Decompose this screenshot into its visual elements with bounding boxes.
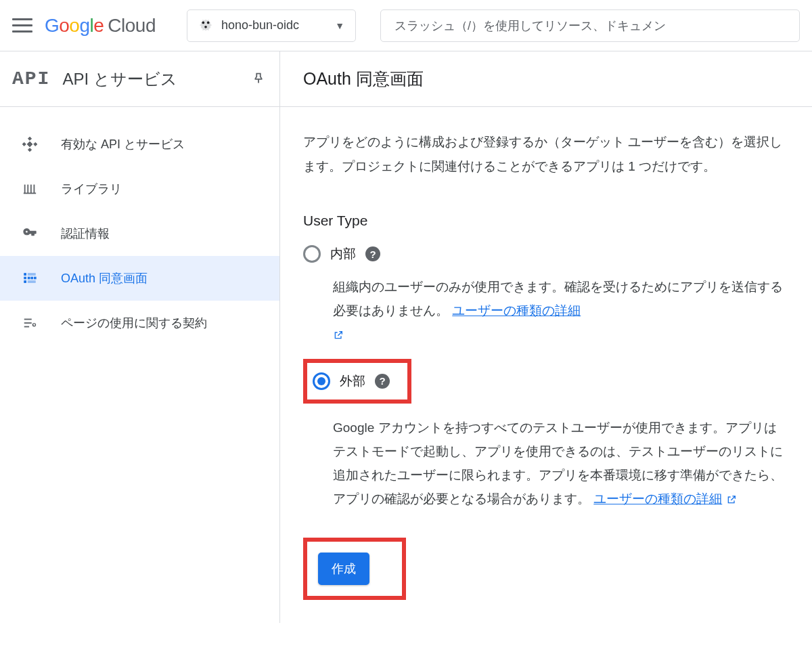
- svg-point-1: [207, 21, 210, 24]
- user-type-heading: User Type: [303, 213, 789, 229]
- svg-rect-7: [34, 142, 37, 146]
- body: 有効な API とサービス ライブラリ 認証情報 OAuth 同意画面 ページの: [0, 107, 812, 623]
- svg-rect-18: [28, 277, 30, 279]
- svg-rect-17: [28, 274, 35, 276]
- nav-label: ページの使用に関する契約: [61, 315, 207, 331]
- radio-external[interactable]: [313, 372, 330, 390]
- sub-header: API API とサービス OAuth 同意画面: [0, 51, 812, 107]
- api-diamond-icon: [22, 136, 38, 152]
- svg-rect-20: [34, 277, 36, 279]
- nav-item-oauth-consent[interactable]: OAuth 同意画面: [0, 256, 279, 301]
- radio-external-desc: Google アカウントを持つすべてのテストユーザーが使用できます。アプリはテス…: [333, 416, 789, 511]
- pin-icon[interactable]: [251, 71, 267, 87]
- svg-rect-5: [28, 148, 31, 152]
- key-icon: [22, 225, 38, 242]
- svg-point-0: [202, 21, 205, 24]
- nav-item-credentials[interactable]: 認証情報: [0, 211, 279, 256]
- radio-external-label: 外部: [340, 372, 365, 390]
- nav-item-library[interactable]: ライブラリ: [0, 167, 279, 211]
- page-title: OAuth 同意画面: [303, 68, 424, 90]
- radio-internal-label: 内部: [330, 245, 356, 263]
- nav-label: 認証情報: [61, 225, 110, 242]
- search-placeholder: スラッシュ（/）を使用してリソース、ドキュメン: [394, 18, 666, 34]
- radio-row-internal: 内部 ?: [303, 245, 789, 263]
- svg-rect-6: [22, 142, 26, 146]
- external-link-icon: [333, 327, 344, 341]
- top-header: Google Cloud hono-bun-oidc ▼ スラッシュ（/）を使用…: [0, 0, 812, 51]
- nav-item-enabled-apis[interactable]: 有効な API とサービス: [0, 122, 279, 167]
- sidebar-title: API とサービス: [62, 68, 251, 90]
- google-cloud-logo[interactable]: Google Cloud: [45, 15, 156, 37]
- logo-cloud-text: Cloud: [108, 15, 156, 37]
- highlight-external: 外部 ?: [303, 359, 411, 404]
- library-icon: [22, 181, 38, 197]
- nav-label: ライブラリ: [61, 181, 122, 197]
- project-hex-icon: [198, 18, 213, 33]
- consent-icon: [22, 270, 38, 286]
- nav-label: OAuth 同意画面: [61, 270, 148, 286]
- svg-rect-15: [24, 277, 26, 279]
- api-logo: API: [12, 68, 50, 89]
- help-icon[interactable]: ?: [365, 246, 380, 261]
- svg-point-3: [202, 30, 204, 32]
- highlight-create: 作成: [303, 538, 406, 600]
- sidebar-nav: 有効な API とサービス ライブラリ 認証情報 OAuth 同意画面 ページの: [0, 107, 280, 623]
- agreement-icon: [22, 315, 38, 331]
- page-header: OAuth 同意画面: [280, 51, 812, 107]
- sidebar-header: API API とサービス: [0, 51, 280, 107]
- hamburger-menu-icon[interactable]: [12, 16, 32, 36]
- search-input[interactable]: スラッシュ（/）を使用してリソース、ドキュメン: [380, 9, 800, 42]
- nav-item-page-usage-agreement[interactable]: ページの使用に関する契約: [0, 301, 279, 345]
- main-description: アプリをどのように構成および登録するか（ターゲット ユーザーを含む）を選択します…: [303, 130, 789, 179]
- svg-rect-16: [24, 281, 26, 283]
- project-selector[interactable]: hono-bun-oidc ▼: [187, 9, 356, 42]
- svg-point-2: [204, 26, 207, 28]
- user-type-details-link[interactable]: ユーザーの種類の詳細: [452, 303, 581, 318]
- svg-rect-8: [27, 142, 32, 147]
- create-button[interactable]: 作成: [318, 553, 369, 585]
- main-content: アプリをどのように構成および登録するか（ターゲット ユーザーを含む）を選択します…: [280, 107, 812, 623]
- user-type-details-link[interactable]: ユーザーの種類の詳細: [593, 492, 722, 506]
- svg-rect-14: [24, 274, 26, 276]
- radio-internal-desc: 組織内のユーザーのみが使用できます。確認を受けるためにアプリを送信する必要はあり…: [333, 275, 789, 346]
- svg-rect-4: [28, 137, 31, 140]
- external-link-icon: [726, 492, 737, 506]
- nav-label: 有効な API とサービス: [61, 136, 185, 152]
- chevron-down-icon: ▼: [335, 20, 344, 31]
- radio-internal[interactable]: [303, 245, 321, 263]
- svg-rect-21: [28, 281, 35, 283]
- help-icon[interactable]: ?: [375, 374, 390, 389]
- svg-rect-19: [31, 277, 33, 279]
- radio-row-external: 外部 ?: [313, 372, 390, 390]
- project-name: hono-bun-oidc: [221, 18, 299, 33]
